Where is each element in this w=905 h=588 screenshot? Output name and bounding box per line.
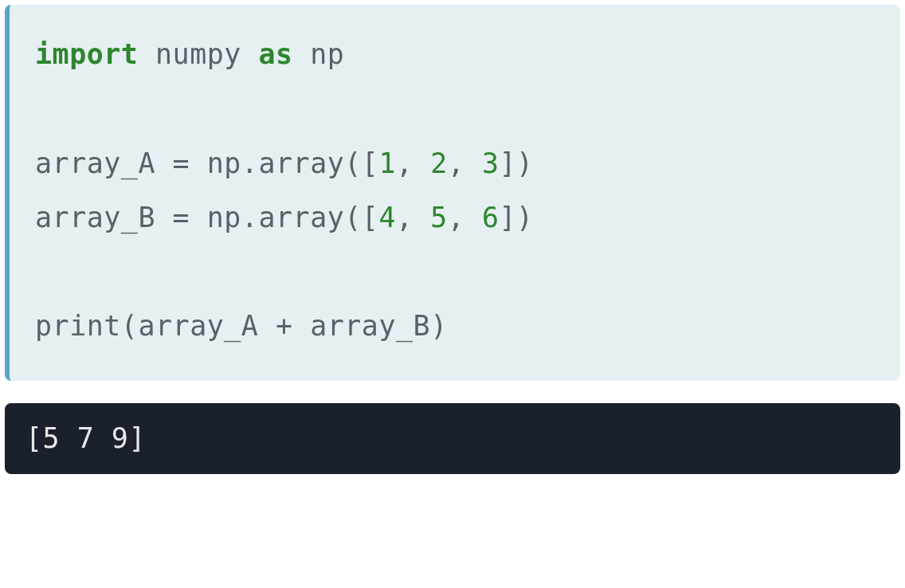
output-line: [5 7 9]: [25, 419, 880, 458]
code-text: ,: [396, 147, 430, 179]
code-text: numpy: [138, 38, 258, 70]
code-text: array_A = np.array([: [35, 147, 378, 179]
code-line-array-b: array_B = np.array([4, 5, 6]): [35, 190, 875, 245]
code-text: np: [293, 38, 345, 70]
number-literal: 1: [378, 147, 396, 179]
output-block: [5 7 9]: [5, 403, 900, 474]
number-literal: 2: [430, 147, 448, 179]
code-line-print: print(array_A + array_B): [35, 299, 875, 353]
code-block: import numpy as np array_A = np.array([1…: [5, 5, 900, 381]
code-text: ,: [448, 147, 482, 179]
code-text: ,: [448, 202, 482, 233]
number-literal: 6: [482, 202, 500, 233]
number-literal: 5: [430, 202, 448, 233]
code-line-blank: [35, 245, 875, 299]
code-text: ]): [499, 202, 533, 233]
number-literal: 4: [378, 202, 396, 233]
code-line-blank: [35, 81, 875, 135]
code-text: ,: [396, 202, 430, 233]
code-text: ]): [499, 147, 533, 179]
code-text: array_B = np.array([: [35, 202, 378, 233]
keyword-import: import: [35, 38, 138, 70]
code-line-array-a: array_A = np.array([1, 2, 3]): [35, 136, 875, 190]
number-literal: 3: [482, 147, 500, 179]
keyword-as: as: [258, 38, 292, 70]
code-line-import: import numpy as np: [35, 27, 875, 81]
